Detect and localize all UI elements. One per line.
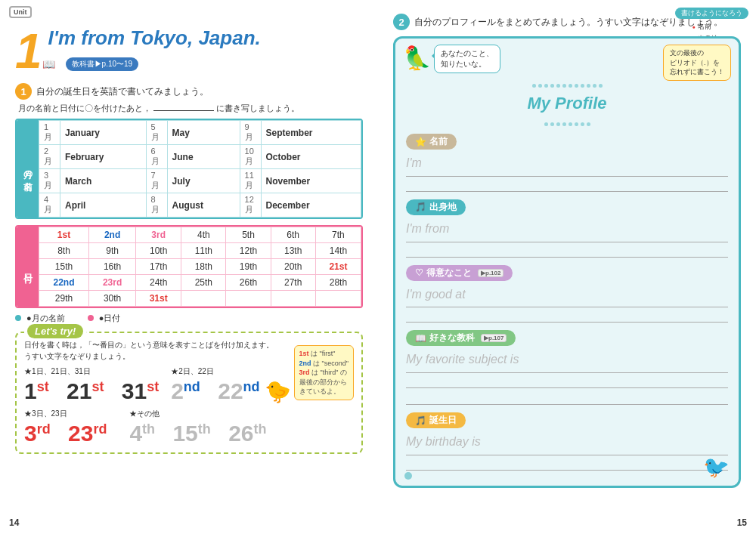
legend-row: ●月の名前 ●日付 [15, 313, 363, 324]
legend-month: ●月の名前 [15, 313, 65, 324]
field-skill: ♡ 得意なこと ▶p.102 I'm good at [406, 265, 728, 323]
bird-left-icon: 🦜 [403, 45, 431, 71]
date-dot [88, 315, 94, 321]
left-page: Unit 1 I'm from Tokyo, Japan. 📖 教科書▶p.10… [0, 0, 378, 534]
date-cell: 10th [136, 243, 181, 259]
date-cell: 16th [89, 259, 136, 275]
bird-right-icon: 🐦 [703, 455, 730, 480]
speech-bubble-left: あなたのこと、知りたいな。 [434, 45, 500, 73]
profile-title: My Profile [406, 94, 728, 113]
date-cell: 1st [39, 227, 89, 243]
month-dot [15, 315, 21, 321]
section1-subtext: 月の名前と日付に〇を付けたあと， に書き写しましょう。 [18, 103, 363, 114]
ex1-group: ★1日、21日、31日 1st 21st 31st [24, 366, 159, 404]
date-cell [315, 291, 361, 307]
unit-number: 1 [15, 27, 42, 76]
date-cell: 31st [136, 291, 181, 307]
ex4-values: 4th 15th 26th [129, 421, 266, 446]
field-skill-label: ♡ 得意なこと ▶p.102 [406, 265, 513, 281]
date-cell: 19th [226, 259, 271, 275]
field-subject-label: 📖 好きな教科 ▶p.107 [406, 330, 516, 346]
date-cell: 6th [271, 227, 315, 243]
ex3-star: ★3日、23日 [24, 409, 107, 419]
field-skill-line2 [406, 309, 728, 323]
hint-box: 1st は "first" 2nd は "second" 3rd は "thir… [294, 345, 354, 400]
icon-list-item: 名前 [692, 20, 731, 32]
date-cell: 24th [136, 275, 181, 291]
date-cell: 5th [226, 227, 271, 243]
textbook-ref: 教科書▶p.10〜19 [66, 57, 139, 71]
date-cell: 12th [226, 243, 271, 259]
legend-date: ●日付 [88, 313, 121, 324]
page-num-left: 14 [9, 517, 19, 528]
field-birthplace: 🎵 出身地 I'm from [406, 199, 728, 258]
date-row: 22nd23rd24th25th26th27th28th [39, 275, 361, 291]
date-cell [181, 291, 226, 307]
date-cell: 8th [39, 243, 89, 259]
field-skill-line: I'm good at [406, 284, 728, 308]
section1-number: 1 [15, 83, 32, 100]
date-cell: 14th [315, 243, 361, 259]
field-subject-line3 [406, 391, 728, 405]
ex2-star: ★2日、22日 [171, 366, 259, 377]
section1-text: 自分の誕生日を英語で書いてみましょう。 [36, 85, 209, 98]
date-cell: 7th [315, 227, 361, 243]
date-cell: 18th [181, 259, 226, 275]
ex1-values: 1st 21st 31st [24, 378, 159, 404]
date-cell: 26th [226, 275, 271, 291]
examples-row2: ★3日、23日 3rd 23rd ★その他 4th 15th 26th [24, 409, 354, 446]
date-cell: 11th [181, 243, 226, 259]
ex4-group: ★その他 4th 15th 26th [129, 409, 266, 446]
month-row: 4月 April 8月 August 12月 December [39, 193, 361, 218]
date-cell: 30th [89, 291, 136, 307]
date-row: 1st2nd3rd4th5th6th7th [39, 227, 361, 243]
page-num-right: 15 [737, 517, 747, 528]
lets-try-label: Let's try! [24, 324, 86, 338]
field-subject-line: My favorite subject is [406, 349, 728, 373]
date-cell: 2nd [89, 227, 136, 243]
month-row: 1月 January 5月 May 9月 September [39, 121, 361, 145]
bird-speech-left: 🦜 あなたのこと、知りたいな。 [403, 45, 500, 73]
date-cell: 29th [39, 291, 89, 307]
date-label: 日付 [17, 227, 39, 307]
book-icon: 📖 [42, 58, 55, 70]
ex2-group: ★2日、22日 2nd 22nd [171, 366, 259, 404]
profile-card: 🦜 あなたのこと、知りたいな。 文の最後のピリオド（.）を忘れずに書こう！ My… [393, 36, 741, 488]
field-birthday-line: My birthday is [406, 431, 728, 455]
date-table-wrap: 日付 1st2nd3rd4th5th6th7th8th9th10th11th12… [15, 225, 363, 308]
date-cell: 20th [271, 259, 315, 275]
section2-number: 2 [393, 14, 410, 30]
unit-header: 1 I'm from Tokyo, Japan. 📖 教科書▶p.10〜19 [15, 14, 363, 76]
hint-speech-bubble: 文の最後のピリオド（.）を忘れずに書こう！ [663, 45, 731, 81]
date-cell: 27th [271, 275, 315, 291]
field-birthday-label: 🎵 誕生日 [406, 412, 466, 428]
ex3-values: 3rd 23rd [24, 421, 107, 446]
date-row: 15th16th17th18th19th20th21st [39, 259, 361, 275]
date-cell: 28th [315, 275, 361, 291]
date-cell: 15th [39, 259, 89, 275]
field-subject: 📖 好きな教科 ▶p.107 My favorite subject is [406, 330, 728, 405]
field-name: ⭐ 名前 I'm [406, 134, 728, 192]
section1-header: 1 自分の誕生日を英語で書いてみましょう。 [15, 83, 363, 100]
right-page: 書けるようになろう 名前出身地得意なこと好きな教科誕生日 2 自分のプロフィール… [378, 0, 756, 534]
field-birthplace-line: I'm from [406, 218, 728, 242]
unit-badge: Unit [9, 6, 32, 18]
date-row: 8th9th10th11th12th13th14th [39, 243, 361, 259]
lets-try-box: Let's try! 1st は "first" 2nd は "second" … [15, 332, 363, 454]
dot-row-top [406, 84, 728, 88]
date-cell: 22nd [39, 275, 89, 291]
kan-label: 書けるようになろう [675, 8, 748, 19]
dot-row-mid [406, 122, 728, 126]
month-row: 2月 February 6月 June 10月 October [39, 145, 361, 169]
ex2-values: 2nd 22nd [171, 378, 259, 404]
field-birthday: 🎵 誕生日 My birthday is [406, 412, 728, 471]
month-table-wrap: 月の名前 1月 January 5月 May 9月 September 2月 F… [15, 119, 363, 219]
field-birthplace-label: 🎵 出身地 [406, 199, 466, 215]
month-row: 3月 March 7月 July 11月 November [39, 169, 361, 193]
month-label: 月の名前 [17, 120, 39, 218]
unit-title: I'm from Tokyo, Japan. [48, 26, 261, 50]
date-cell [226, 291, 271, 307]
date-cell: 25th [181, 275, 226, 291]
date-cell [271, 291, 315, 307]
date-section: 日付 1st2nd3rd4th5th6th7th8th9th10th11th12… [15, 225, 363, 308]
